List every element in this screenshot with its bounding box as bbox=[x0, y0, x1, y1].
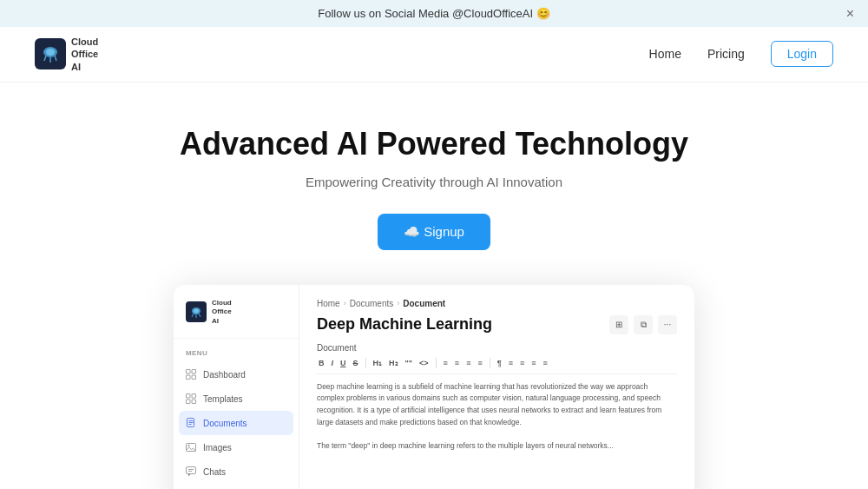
announcement-bar: Follow us on Social Media @CloudOfficeAI… bbox=[0, 0, 868, 27]
toolbar-italic[interactable]: I bbox=[330, 358, 336, 368]
nav-links: Home Pricing Login bbox=[649, 41, 833, 67]
app-preview: CloudOfficeAI MENU Dashboard bbox=[0, 285, 868, 489]
svg-rect-12 bbox=[187, 370, 191, 374]
svg-point-8 bbox=[194, 309, 199, 314]
logo-text: CloudOfficeAI bbox=[71, 36, 98, 73]
sidebar-item-documents[interactable]: Documents bbox=[179, 411, 293, 435]
sidebar-item-dashboard[interactable]: Dashboard bbox=[174, 362, 299, 387]
toolbar-sep1 bbox=[365, 358, 366, 368]
navbar: CloudOfficeAI Home Pricing Login bbox=[0, 27, 868, 83]
doc-duplicate-button[interactable]: ⧉ bbox=[634, 315, 653, 334]
login-button[interactable]: Login bbox=[771, 41, 833, 67]
announcement-text: Follow us on Social Media @CloudOfficeAI… bbox=[318, 7, 549, 20]
toolbar-align-left[interactable]: ≡ bbox=[507, 358, 515, 368]
sidebar-dashboard-label: Dashboard bbox=[203, 370, 246, 380]
sidebar-documents-label: Documents bbox=[203, 419, 247, 428]
toolbar-strike[interactable]: S bbox=[352, 358, 360, 368]
hero-title: Advanced AI Powered Technology bbox=[17, 126, 851, 162]
hero-subtitle: Empowering Creativity through AI Innovat… bbox=[17, 175, 851, 189]
svg-rect-18 bbox=[187, 400, 191, 404]
toolbar-align-center[interactable]: ≡ bbox=[518, 358, 526, 368]
templates-icon bbox=[186, 393, 196, 404]
toolbar-para[interactable]: ¶ bbox=[496, 358, 503, 368]
svg-rect-15 bbox=[192, 375, 196, 380]
breadcrumb-sep1: › bbox=[344, 299, 346, 307]
sidebar-item-images[interactable]: Images bbox=[174, 435, 299, 459]
sidebar-chats-label: Chats bbox=[203, 467, 226, 477]
svg-rect-16 bbox=[187, 394, 191, 399]
documents-icon bbox=[186, 418, 196, 428]
toolbar-align-right[interactable]: ≡ bbox=[529, 358, 537, 368]
doc-more-button[interactable]: ··· bbox=[658, 315, 677, 334]
preview-window: CloudOfficeAI MENU Dashboard bbox=[174, 285, 694, 489]
doc-title-row: Deep Machine Learning ⊞ ⧉ ··· bbox=[317, 315, 677, 334]
svg-point-2 bbox=[46, 49, 55, 56]
nav-pricing-link[interactable]: Pricing bbox=[707, 47, 745, 61]
editor-toolbar: B I U S H₁ H₂ "" <> ≡ ≡ ≡ ≡ ¶ ≡ ≡ ≡ ≡ bbox=[317, 358, 677, 374]
toolbar-h2[interactable]: H₂ bbox=[387, 358, 400, 368]
toolbar-h1[interactable]: H₁ bbox=[372, 358, 385, 368]
doc-para1: Deep machine learning is a subfield of m… bbox=[317, 381, 677, 428]
breadcrumb-document: Document bbox=[403, 299, 445, 308]
toolbar-sep3 bbox=[490, 358, 490, 368]
document-section-label: Document bbox=[317, 343, 677, 353]
sidebar-item-templates[interactable]: Templates bbox=[174, 387, 299, 411]
dashboard-icon bbox=[186, 369, 196, 380]
breadcrumb-sep2: › bbox=[397, 299, 399, 307]
toolbar-align-justify[interactable]: ≡ bbox=[541, 358, 549, 368]
toolbar-ul[interactable]: ≡ bbox=[442, 358, 450, 368]
doc-para2: The term "deep" in deep machine learning… bbox=[317, 440, 677, 453]
svg-point-25 bbox=[188, 445, 190, 446]
sidebar-menu-label: MENU bbox=[174, 339, 299, 362]
toolbar-sep2 bbox=[436, 358, 437, 368]
logo-icon bbox=[35, 38, 66, 69]
toolbar-bold[interactable]: B bbox=[317, 358, 326, 368]
svg-rect-19 bbox=[192, 400, 196, 404]
toolbar-outdent[interactable]: ≡ bbox=[476, 358, 483, 368]
svg-rect-17 bbox=[192, 394, 196, 399]
sidebar-logo-icon bbox=[186, 301, 207, 322]
doc-content: Deep machine learning is a subfield of m… bbox=[317, 381, 677, 453]
sidebar-images-label: Images bbox=[203, 443, 232, 453]
toolbar-underline[interactable]: U bbox=[339, 358, 348, 368]
doc-title: Deep Machine Learning bbox=[317, 315, 492, 334]
breadcrumb-home: Home bbox=[317, 299, 340, 308]
svg-rect-13 bbox=[192, 370, 196, 374]
toolbar-ol[interactable]: ≡ bbox=[453, 358, 461, 368]
nav-home-link[interactable]: Home bbox=[649, 47, 681, 61]
preview-main: Home › Documents › Document Deep Machine… bbox=[299, 285, 694, 489]
breadcrumb-documents: Documents bbox=[350, 299, 394, 308]
sidebar-templates-label: Templates bbox=[203, 394, 243, 404]
close-announcement-button[interactable]: × bbox=[846, 6, 854, 22]
sidebar-logo-text: CloudOfficeAI bbox=[212, 299, 232, 326]
toolbar-quote[interactable]: "" bbox=[404, 358, 415, 368]
chats-icon bbox=[186, 466, 196, 477]
svg-rect-26 bbox=[187, 467, 196, 474]
images-icon bbox=[186, 442, 196, 453]
logo: CloudOfficeAI bbox=[35, 36, 98, 73]
signup-button[interactable]: ☁️ Signup bbox=[378, 214, 490, 250]
preview-sidebar: CloudOfficeAI MENU Dashboard bbox=[174, 285, 299, 489]
sidebar-item-chats[interactable]: Chats bbox=[174, 459, 299, 484]
hero-section: Advanced AI Powered Technology Empowerin… bbox=[0, 83, 868, 276]
toolbar-indent[interactable]: ≡ bbox=[464, 358, 472, 368]
sidebar-logo-area: CloudOfficeAI bbox=[174, 299, 299, 339]
toolbar-code[interactable]: <> bbox=[418, 358, 431, 368]
doc-copy-button[interactable]: ⊞ bbox=[609, 315, 628, 334]
svg-rect-14 bbox=[187, 375, 191, 380]
doc-actions: ⊞ ⧉ ··· bbox=[609, 315, 677, 334]
breadcrumb: Home › Documents › Document bbox=[317, 299, 677, 308]
